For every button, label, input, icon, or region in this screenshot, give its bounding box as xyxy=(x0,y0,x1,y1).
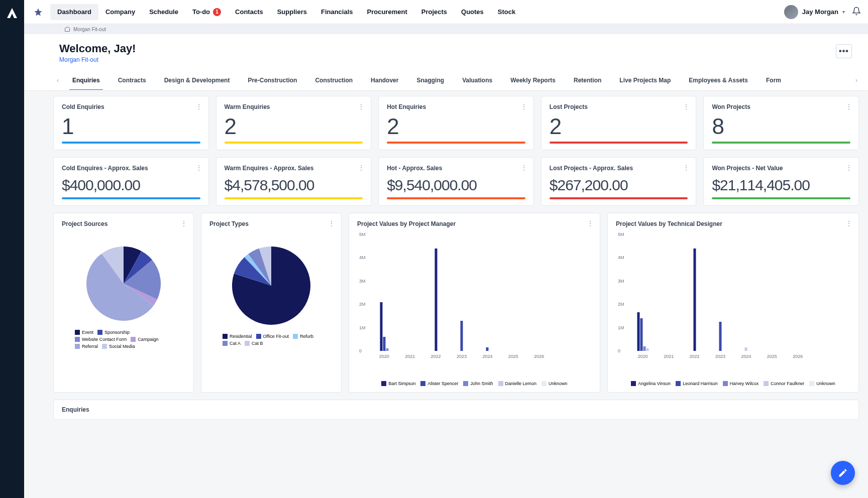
tab-handover[interactable]: Handover xyxy=(362,71,407,90)
card-menu-icon[interactable]: ⋮ xyxy=(845,219,852,227)
kpi-accent-bar xyxy=(62,197,200,199)
kpi-value: 8 xyxy=(712,115,850,138)
tab-contracts[interactable]: Contracts xyxy=(109,71,155,90)
nav-company[interactable]: Company xyxy=(98,4,142,20)
nav-financials[interactable]: Financials xyxy=(314,4,360,20)
bar xyxy=(745,347,747,351)
nav-procurement[interactable]: Procurement xyxy=(360,4,414,20)
card-menu-icon[interactable]: ⋮ xyxy=(195,164,202,172)
tab-employees-assets[interactable]: Employees & Assets xyxy=(680,71,757,90)
compose-fab-button[interactable] xyxy=(831,461,855,485)
kpi-value: 2 xyxy=(387,115,525,138)
bar xyxy=(386,348,388,351)
breadcrumb-org[interactable]: Morgan Fit-out xyxy=(73,27,106,32)
legend-item: Leonard Harrison xyxy=(676,381,718,386)
kpi-card: Cold Enquiries⋮1 xyxy=(53,96,209,150)
legend-item: Refurb xyxy=(293,334,313,339)
nav-to-do[interactable]: To-do1 xyxy=(185,4,228,20)
kpi-card: Won Projects⋮8 xyxy=(703,96,859,150)
left-sidebar xyxy=(0,0,24,498)
favorite-star-icon[interactable] xyxy=(31,5,45,19)
tab-design-development[interactable]: Design & Development xyxy=(155,71,239,90)
bar xyxy=(435,248,437,351)
kpi-title: Hot Enquiries xyxy=(387,103,525,110)
legend-item: John Smith xyxy=(463,381,493,386)
tab-enquiries[interactable]: Enquiries xyxy=(63,71,109,90)
legend-item: Sponsorship xyxy=(97,330,130,335)
user-menu[interactable]: Jay Morgan ▾ xyxy=(784,5,845,19)
legend-item: Office Fit-out xyxy=(256,334,289,339)
card-menu-icon[interactable]: ⋮ xyxy=(845,102,852,110)
tab-form[interactable]: Form xyxy=(757,71,790,90)
card-menu-icon[interactable]: ⋮ xyxy=(328,219,335,227)
kpi-card: Won Projects - Net Value⋮$21,114,405.00 xyxy=(703,157,859,206)
tabs-scroll-right-icon[interactable]: › xyxy=(851,70,862,90)
tab-pre-construction[interactable]: Pre-Construction xyxy=(239,71,306,90)
legend-item: Cat B xyxy=(245,341,263,346)
legend-item: Referral xyxy=(75,344,98,349)
todo-badge: 1 xyxy=(213,8,221,16)
card-menu-icon[interactable]: ⋮ xyxy=(358,102,365,110)
tab-weekly-reports[interactable]: Weekly Reports xyxy=(501,71,565,90)
chart-card-project_types: Project Types⋮ResidentialOffice Fit-outR… xyxy=(201,213,342,393)
legend-item: Danielle Lemon xyxy=(498,381,537,386)
kpi-value: $9,540,000.00 xyxy=(387,177,525,193)
kpi-accent-bar xyxy=(225,197,363,199)
kpi-value: 1 xyxy=(62,115,200,138)
nav-suppliers[interactable]: Suppliers xyxy=(270,4,314,20)
section-enquiries-header: Enquiries xyxy=(53,400,859,420)
tab-construction[interactable]: Construction xyxy=(306,71,362,90)
dashboard-content: Cold Enquiries⋮1Warm Enquiries⋮2Hot Enqu… xyxy=(24,91,868,498)
card-menu-icon[interactable]: ⋮ xyxy=(358,164,365,172)
nav-contacts[interactable]: Contacts xyxy=(228,4,270,20)
kpi-title: Warm Enquiries xyxy=(225,103,363,110)
kpi-value: $4,578,500.00 xyxy=(225,177,363,193)
kpi-value: 2 xyxy=(225,115,363,138)
card-menu-icon[interactable]: ⋮ xyxy=(587,219,594,227)
tab-valuations[interactable]: Valuations xyxy=(453,71,501,90)
card-menu-icon[interactable]: ⋮ xyxy=(845,164,852,172)
kpi-value: $21,114,405.00 xyxy=(712,177,850,193)
legend-item: Website Contact Form xyxy=(75,337,127,342)
bar xyxy=(461,321,463,351)
kpi-accent-bar xyxy=(550,142,688,144)
tabs-scroll-left-icon[interactable]: ‹ xyxy=(52,70,63,90)
tab-snagging[interactable]: Snagging xyxy=(407,71,453,90)
card-menu-icon[interactable]: ⋮ xyxy=(683,164,690,172)
kpi-card: Cold Enquires - Approx. Sales⋮$400,000.0… xyxy=(53,157,209,206)
card-menu-icon[interactable]: ⋮ xyxy=(180,219,187,227)
kpi-title: Hot - Approx. Sales xyxy=(387,165,525,172)
bar xyxy=(383,337,385,351)
chart-title: Project Types xyxy=(209,220,333,227)
top-nav: DashboardCompanyScheduleTo-do1ContactsSu… xyxy=(24,0,868,24)
bar xyxy=(643,346,645,351)
bar xyxy=(380,302,382,351)
notifications-bell-icon[interactable] xyxy=(852,7,861,18)
legend-item: Unknown xyxy=(809,381,835,386)
nav-projects[interactable]: Projects xyxy=(414,4,454,20)
sub-tabs: ‹ EnquiriesContractsDesign & Development… xyxy=(24,70,868,91)
tab-live-projects-map[interactable]: Live Projects Map xyxy=(610,71,680,90)
card-menu-icon[interactable]: ⋮ xyxy=(683,102,690,110)
org-link[interactable]: Morgan Fit-out xyxy=(59,56,136,63)
kpi-card: Warm Enquiries⋮2 xyxy=(216,96,372,150)
chart-title: Project Sources xyxy=(62,220,185,227)
nav-quotes[interactable]: Quotes xyxy=(454,4,491,20)
bar xyxy=(693,248,696,351)
tab-retention[interactable]: Retention xyxy=(565,71,610,90)
kpi-card: Warm Enquires - Approx. Sales⋮$4,578,500… xyxy=(216,157,372,206)
chevron-down-icon: ▾ xyxy=(842,9,845,15)
kpi-title: Cold Enquiries xyxy=(62,103,200,110)
nav-dashboard[interactable]: Dashboard xyxy=(50,4,98,20)
chart-card-values_by_td: Project Values by Technical Designer⋮01M… xyxy=(607,213,859,393)
kpi-accent-bar xyxy=(225,142,363,144)
card-menu-icon[interactable]: ⋮ xyxy=(520,164,527,172)
card-menu-icon[interactable]: ⋮ xyxy=(195,102,202,110)
more-actions-button[interactable]: ••• xyxy=(836,44,852,58)
card-menu-icon[interactable]: ⋮ xyxy=(520,102,527,110)
bar xyxy=(719,322,722,351)
kpi-card: Lost Projects - Approx. Sales⋮$267,200.0… xyxy=(541,157,697,206)
nav-stock[interactable]: Stock xyxy=(491,4,522,20)
nav-schedule[interactable]: Schedule xyxy=(142,4,185,20)
kpi-card: Hot - Approx. Sales⋮$9,540,000.00 xyxy=(378,157,534,206)
